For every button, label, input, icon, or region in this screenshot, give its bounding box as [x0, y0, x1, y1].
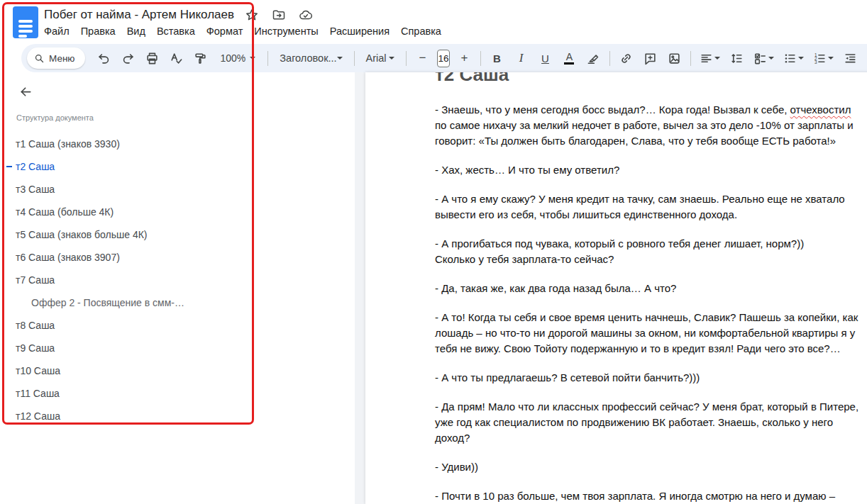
- numbered-list-button[interactable]: 123: [810, 48, 837, 68]
- highlighter-icon: [587, 52, 600, 65]
- outline-item[interactable]: т3 Саша: [0, 178, 250, 201]
- document-heading[interactable]: т2 Саша: [435, 72, 861, 84]
- chevron-down-icon: [768, 57, 774, 60]
- chevron-down-icon: [798, 57, 804, 60]
- styles-select[interactable]: Заголовок...: [273, 48, 348, 68]
- text-color-button[interactable]: A: [558, 48, 580, 68]
- chevron-down-icon: [714, 57, 720, 60]
- doc-paragraph[interactable]: - А то! Когда ты себя и свое время ценит…: [435, 310, 861, 357]
- chevron-down-icon: [828, 57, 834, 60]
- toolbar-row: Меню 100% Заголовок...: [0, 44, 867, 72]
- italic-icon: I: [519, 51, 524, 65]
- chevron-down-icon: [250, 57, 255, 60]
- image-icon: [668, 52, 681, 65]
- font-value: Arial: [366, 52, 387, 64]
- spellcheck-button[interactable]: [165, 48, 187, 68]
- menu-item-5[interactable]: Инструменты: [248, 23, 324, 39]
- menu-search-button[interactable]: Меню: [27, 47, 85, 69]
- outline-item[interactable]: т2 Саша: [0, 155, 250, 178]
- outline-item[interactable]: т11 Саша: [0, 382, 250, 405]
- outline-item[interactable]: т4 Саша (больше 4К): [0, 201, 250, 223]
- outline-item[interactable]: т1 Саша (знаков 3930): [0, 133, 250, 155]
- star-button[interactable]: [243, 6, 261, 24]
- toolbar-separator: [609, 51, 610, 66]
- doc-paragraph[interactable]: - Знаешь, что у меня сегодня босс выдал?…: [435, 102, 861, 149]
- menu-item-4[interactable]: Формат: [201, 23, 249, 39]
- chevron-down-icon: [389, 57, 394, 60]
- doc-paragraph[interactable]: - Почти в 10 раз больше, чем твоя зарпла…: [435, 488, 861, 504]
- underline-button[interactable]: U: [534, 48, 556, 68]
- underline-icon: U: [541, 52, 549, 65]
- bulleted-list-button[interactable]: [780, 48, 807, 68]
- highlight-color-button[interactable]: [582, 48, 604, 68]
- outline-item[interactable]: Оффер 2 - Посвящение в смм-…: [0, 291, 250, 314]
- doc-paragraph[interactable]: - Удиви)): [435, 459, 861, 475]
- undo-button[interactable]: [93, 48, 115, 68]
- outline-item[interactable]: т5 Саша (знаков больше 4К): [0, 223, 250, 246]
- doc-paragraph[interactable]: - Хах, жесть… И что ты ему ответил?: [435, 162, 861, 178]
- toolbar-separator: [406, 51, 407, 66]
- menu-item-1[interactable]: Правка: [75, 23, 121, 39]
- plus-icon: +: [461, 51, 468, 65]
- move-button[interactable]: [270, 6, 288, 24]
- spellcheck-icon: [170, 52, 183, 65]
- styles-value: Заголовок...: [280, 52, 336, 64]
- font-select[interactable]: Arial: [360, 48, 401, 68]
- toolbar: Меню 100% Заголовок...: [21, 44, 867, 72]
- zoom-select[interactable]: 100%: [214, 48, 263, 68]
- increase-font-size-button[interactable]: +: [453, 48, 475, 68]
- bold-icon: B: [493, 52, 501, 65]
- outline-item[interactable]: т7 Саша: [0, 269, 250, 291]
- indent-button[interactable]: [839, 48, 861, 68]
- doc-paragraph[interactable]: - А прогибаться под чувака, который с ро…: [435, 236, 861, 267]
- document-status-button[interactable]: [297, 6, 315, 24]
- document-editor[interactable]: т2 Саша - Знаешь, что у меня сегодня бос…: [435, 72, 861, 504]
- print-button[interactable]: [141, 48, 163, 68]
- menu-item-3[interactable]: Вставка: [151, 23, 201, 39]
- doc-paragraph[interactable]: - Да, такая же, как два года назад была……: [435, 281, 861, 296]
- checklist-button[interactable]: [750, 48, 778, 68]
- paragraph-container: - Знаешь, что у меня сегодня босс выдал?…: [435, 102, 861, 504]
- numbered-list-icon: 123: [813, 52, 827, 65]
- indent-decrease-icon: [844, 52, 857, 65]
- decrease-font-size-button[interactable]: −: [412, 48, 434, 68]
- align-button[interactable]: [696, 48, 724, 68]
- doc-paragraph[interactable]: - Да прям! Мало что ли классных професси…: [435, 399, 861, 446]
- menu-item-6[interactable]: Расширения: [324, 23, 395, 39]
- minus-icon: −: [419, 51, 426, 65]
- outline-item[interactable]: т10 Саша: [0, 359, 250, 382]
- outline-item[interactable]: т9 Саша: [0, 337, 250, 359]
- misspelled-word: отчехвостил: [790, 103, 851, 116]
- menu-item-0[interactable]: Файл: [38, 23, 75, 39]
- doc-paragraph[interactable]: - А что я ему скажу? У меня кредит на та…: [435, 191, 861, 223]
- line-spacing-button[interactable]: [726, 48, 748, 68]
- insert-image-button[interactable]: [663, 48, 685, 68]
- insert-link-button[interactable]: [615, 48, 637, 68]
- outline-item[interactable]: т12 Саша: [0, 405, 250, 427]
- close-outline-button[interactable]: [16, 82, 35, 101]
- comment-icon: [644, 52, 657, 65]
- italic-button[interactable]: I: [510, 48, 532, 68]
- search-icon: [34, 53, 45, 64]
- google-docs-window: Побег от найма - Артем Николаев ФайлПрав…: [0, 0, 867, 504]
- outline-item[interactable]: т6 Саша (знаков 3907): [0, 246, 250, 269]
- chevron-down-icon: [337, 57, 343, 60]
- paint-format-button[interactable]: [189, 48, 211, 68]
- align-left-icon: [700, 52, 713, 65]
- document-canvas: т2 Саша - Знаешь, что у меня сегодня бос…: [355, 72, 867, 504]
- document-page[interactable]: т2 Саша - Знаешь, что у меня сегодня бос…: [365, 72, 867, 504]
- bold-button[interactable]: B: [486, 48, 508, 68]
- add-comment-button[interactable]: [639, 48, 661, 68]
- bulleted-list-icon: [783, 52, 797, 65]
- outline-item[interactable]: т8 Саша: [0, 314, 250, 337]
- menu-bar: ФайлПравкаВидВставкаФорматИнструментыРас…: [38, 23, 447, 39]
- menu-item-2[interactable]: Вид: [121, 23, 151, 39]
- cloud-saved-icon: [299, 8, 313, 22]
- font-size-input[interactable]: 16: [437, 50, 450, 67]
- doc-paragraph[interactable]: - А что ты предлагаешь? В сетевой пойти …: [435, 370, 861, 386]
- document-title[interactable]: Побег от найма - Артем Николаев: [44, 8, 234, 22]
- docs-logo-icon[interactable]: [13, 6, 38, 38]
- menu-item-7[interactable]: Справка: [395, 23, 447, 39]
- redo-button[interactable]: [117, 48, 139, 68]
- top-bar: Побег от найма - Артем Николаев ФайлПрав…: [0, 0, 867, 44]
